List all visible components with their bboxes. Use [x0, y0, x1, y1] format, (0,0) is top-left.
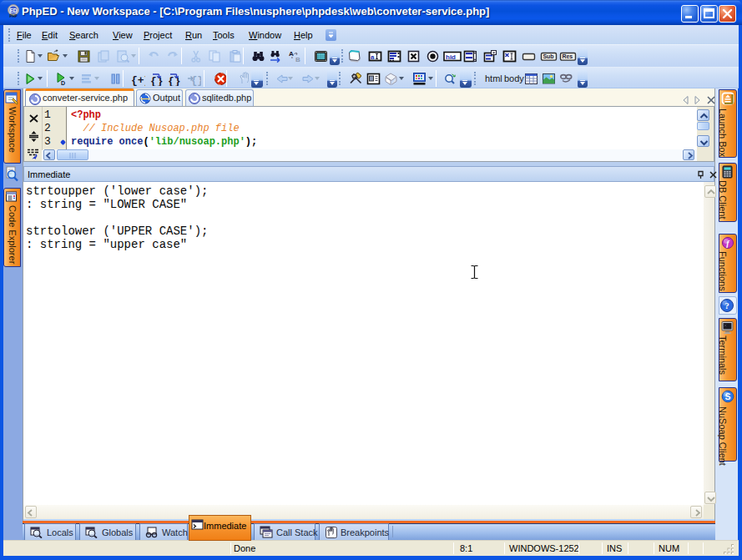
svg-text:{}: {}	[191, 75, 201, 86]
svg-text:?: ?	[724, 300, 729, 310]
svg-text:S: S	[724, 391, 730, 401]
svg-text:Sub: Sub	[543, 53, 553, 59]
svg-text:{+}: {+}	[131, 74, 145, 87]
svg-text:Res: Res	[562, 53, 573, 59]
svg-text:hid: hid	[446, 53, 456, 61]
svg-text:B: B	[295, 56, 300, 63]
svg-text:{}: {}	[150, 75, 164, 87]
svg-text:ED: ED	[9, 8, 17, 13]
svg-text:{}: {}	[168, 75, 181, 87]
svg-text:D: D	[61, 80, 65, 86]
svg-text:A: A	[289, 50, 294, 58]
svg-text:a: a	[371, 53, 375, 61]
svg-text:PHP: PHP	[10, 14, 18, 18]
